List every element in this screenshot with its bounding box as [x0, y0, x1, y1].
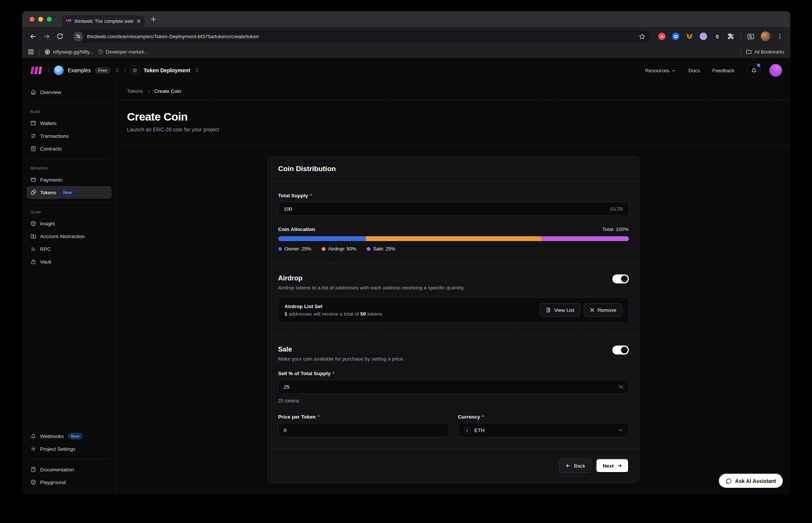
sidebar-item-documentation[interactable]: Documentation: [27, 463, 112, 476]
total-supply-input[interactable]: 100 GLTR: [278, 202, 629, 216]
sidebar-item-wallets[interactable]: Wallets: [27, 117, 112, 130]
sale-title: Sale: [278, 346, 403, 353]
next-button[interactable]: Next: [596, 459, 628, 473]
allocation-header: Coin Allocation Total: 100%: [278, 226, 629, 232]
forward-icon[interactable]: [41, 31, 52, 42]
bookmarks-divider-right: [740, 49, 741, 55]
chat-bubble-icon: [726, 478, 732, 484]
side-search-icon[interactable]: [747, 33, 754, 40]
feedback-link[interactable]: Feedback: [712, 68, 734, 73]
extension-icon-3[interactable]: [700, 33, 707, 40]
sidebar-item-label: Account Abstraction: [40, 234, 85, 239]
price-label: Price per Token*: [278, 414, 449, 420]
currency-select[interactable]: ETH: [458, 423, 629, 437]
airdrop-toggle[interactable]: [612, 274, 629, 283]
legend-dot-sale: [367, 247, 370, 251]
sidebar-item-project-settings[interactable]: Project Settings: [27, 443, 112, 455]
sidebar-item-label: Playground: [40, 480, 66, 485]
project-avatar[interactable]: [130, 66, 140, 75]
zoom-window-button[interactable]: [47, 17, 52, 22]
sidebar-item-label: RPC: [40, 246, 51, 252]
sale-toggle[interactable]: [612, 346, 629, 355]
allocation-label: Coin Allocation: [278, 226, 315, 232]
thirdweb-favicon: [66, 18, 72, 24]
docs-link[interactable]: Docs: [688, 68, 700, 73]
resources-menu[interactable]: Resources: [645, 68, 676, 73]
payments-icon: [30, 177, 36, 183]
percent-suffix: %: [619, 384, 623, 390]
page-header: Create Coin Launch an ERC-20 coin for yo…: [116, 100, 790, 146]
required-mark: *: [318, 414, 319, 420]
back-button[interactable]: Back: [559, 459, 591, 473]
extension-icon-4[interactable]: Q: [713, 33, 721, 40]
site-controls-icon[interactable]: [73, 31, 83, 42]
content-area: Coin Distribution Total Supply* 100 GLTR: [116, 146, 790, 495]
extensions-puzzle-icon[interactable]: [727, 33, 734, 40]
card-footer: Back Next: [268, 448, 639, 483]
view-list-button[interactable]: View List: [540, 303, 580, 317]
bookmark-label: niftyswap.gg/Nifty...: [53, 49, 93, 55]
remove-list-button[interactable]: Remove: [584, 303, 622, 317]
total-supply-unit: GLTR: [610, 206, 623, 212]
refresh-icon[interactable]: [54, 31, 66, 42]
all-bookmarks-button[interactable]: All Bookmarks: [746, 49, 784, 55]
ask-ai-assistant-button[interactable]: Ask AI Assistant: [718, 473, 784, 489]
sidebar-item-tokens[interactable]: Tokens New: [27, 186, 112, 199]
close-window-button[interactable]: [30, 17, 34, 22]
team-avatar[interactable]: [54, 66, 64, 75]
notifications-button[interactable]: [747, 64, 761, 77]
tab-close-icon[interactable]: [137, 19, 141, 23]
sidebar-item-contracts[interactable]: Contracts: [27, 142, 112, 155]
sidebar-item-webhooks[interactable]: Webhooks New: [27, 430, 112, 443]
address-bar[interactable]: thirdweb.com/team/examples/Token-Deploym…: [72, 30, 650, 43]
chevron-down-icon: [671, 68, 676, 73]
bookmark-star-icon[interactable]: [639, 33, 645, 40]
thirdweb-logo[interactable]: [30, 66, 44, 75]
extension-icon-2[interactable]: [672, 33, 679, 40]
sidebar-item-playground[interactable]: Playground: [27, 476, 112, 489]
breadcrumb-tokens-link[interactable]: Tokens: [127, 88, 143, 94]
sell-pct-helper: 25 tokens: [278, 398, 629, 404]
home-icon: [30, 89, 36, 95]
coin-distribution-card: Coin Distribution Total Supply* 100 GLTR: [267, 156, 640, 483]
new-tab-button[interactable]: [151, 16, 156, 22]
browser-profile-avatar[interactable]: [761, 31, 770, 41]
project-name[interactable]: Token Deployment: [144, 67, 190, 73]
metamask-extension-icon[interactable]: [686, 33, 693, 40]
sidebar: Overview Build Wallets Transactions: [22, 83, 116, 495]
sidebar-item-rpc[interactable]: RPC: [27, 243, 112, 255]
sidebar-item-overview[interactable]: Overview: [27, 86, 112, 98]
sidebar-divider: [27, 203, 111, 203]
browser-tab[interactable]: thirdweb: The complete web3: [62, 15, 145, 27]
minimize-window-button[interactable]: [38, 17, 43, 22]
team-switcher-icon[interactable]: [115, 68, 120, 73]
webhooks-new-badge: New: [68, 433, 83, 440]
sidebar-section-monetize: Monetize: [30, 166, 108, 170]
back-icon[interactable]: [27, 31, 39, 42]
breadcrumb-separator: /: [124, 67, 126, 74]
breadcrumb-separator: /: [48, 67, 50, 74]
team-name[interactable]: Examples: [68, 67, 91, 73]
allocation-legend: Owner: 25% Airdrop: 50% Sale: 25%: [278, 246, 629, 252]
user-avatar[interactable]: [769, 64, 782, 77]
thirdweb-app: / Examples Free / Token Deployment Resou…: [22, 58, 790, 495]
sidebar-item-vault[interactable]: Vault: [27, 255, 112, 268]
bookmark-item-niftyswap[interactable]: niftyswap.gg/Nifty...: [45, 49, 93, 55]
main-content: Tokens Create Coin Create Coin Launch an…: [116, 83, 790, 495]
browser-menu-icon[interactable]: [777, 33, 783, 39]
bookmark-item-developer[interactable]: Developer marketi...: [98, 49, 148, 55]
allocation-segment-owner: [278, 236, 366, 241]
allocation-total: Total: 100%: [602, 226, 629, 232]
plan-badge: Free: [95, 67, 110, 74]
project-switcher-icon[interactable]: [194, 68, 200, 73]
sidebar-item-payments[interactable]: Payments: [27, 173, 112, 186]
apps-grid-icon[interactable]: [28, 49, 34, 55]
sidebar-item-insight[interactable]: Insight: [27, 217, 112, 230]
tokens-icon: [30, 189, 36, 195]
transactions-icon: [30, 133, 36, 139]
sidebar-item-account-abstraction[interactable]: Account Abstraction: [27, 230, 112, 243]
sell-pct-input[interactable]: 25 %: [278, 380, 629, 394]
price-input[interactable]: 0: [278, 423, 449, 437]
extension-icon-1[interactable]: [658, 33, 666, 40]
sidebar-item-transactions[interactable]: Transactions: [27, 130, 112, 142]
